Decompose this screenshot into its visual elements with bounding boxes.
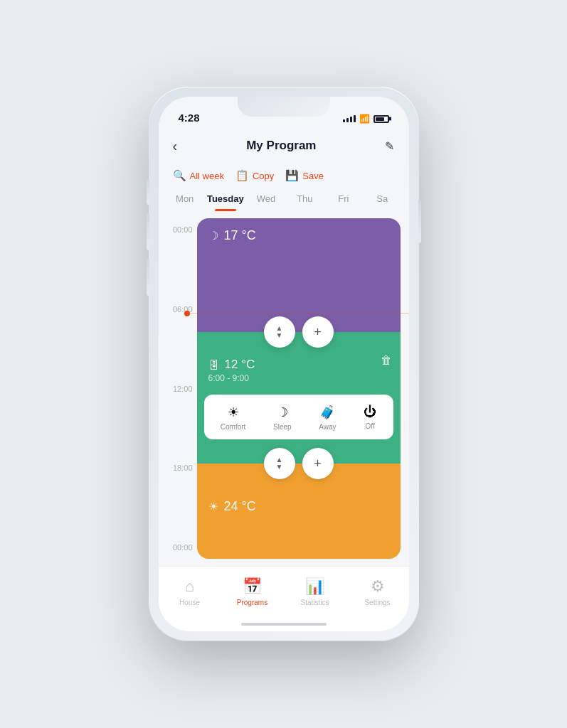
nav-programs[interactable]: 📅 Programs: [221, 577, 284, 606]
volume-up-button: [147, 213, 149, 250]
battery-icon: [373, 115, 389, 123]
tab-tuesday[interactable]: Tuesday: [204, 188, 247, 211]
copy-label: Copy: [253, 171, 274, 181]
phone-frame: 4:28 📶 ‹ My Program ✎: [149, 87, 419, 641]
header: ‹ My Program ✎: [159, 128, 409, 164]
block-away-temp: 🗄 12 °C: [208, 358, 389, 372]
away-icon: 🧳: [319, 405, 335, 420]
schedule-blocks: ☽ 17 °C ▲ ▼ +: [197, 218, 401, 559]
moon-icon: ☽: [208, 229, 218, 242]
adjust-time-2-button[interactable]: ▲ ▼: [264, 448, 295, 479]
nav-settings[interactable]: ⚙ Settings: [346, 577, 409, 606]
block-night-temp-value: 17 °C: [224, 228, 256, 243]
wifi-icon: 📶: [359, 114, 370, 124]
save-label: Save: [302, 171, 324, 181]
mode-away[interactable]: 🧳 Away: [313, 402, 341, 434]
adjust-time-1-button[interactable]: ▲ ▼: [264, 316, 295, 348]
mode-selector: ☀ Comfort ☽ Sleep 🧳 Away ⏻: [204, 395, 393, 439]
plus-icon-2: +: [314, 457, 322, 470]
plus-icon-1: +: [314, 326, 322, 338]
status-time: 4:28: [179, 112, 200, 124]
statistics-icon: 📊: [305, 577, 324, 596]
nav-house[interactable]: ⌂ House: [159, 577, 221, 606]
copy-icon: 📋: [235, 169, 249, 182]
delete-block-button[interactable]: 🗑: [381, 354, 392, 367]
comfort-icon: ☀: [228, 405, 239, 420]
away-label: Away: [319, 423, 336, 431]
mode-sleep[interactable]: ☽ Sleep: [267, 402, 297, 434]
away-icon: 🗄: [208, 359, 219, 371]
block-night-temp: ☽ 17 °C: [208, 228, 389, 243]
time-1800: 18:00: [167, 464, 197, 472]
tab-mon[interactable]: Mon: [166, 188, 204, 211]
block-comfort-temp-value: 24 °C: [224, 499, 256, 514]
allweek-button[interactable]: 🔍 All week: [173, 169, 224, 182]
arrows-icon: ▲ ▼: [276, 325, 283, 339]
arrows-icon-2: ▲ ▼: [276, 456, 283, 471]
sleep-icon: ☽: [277, 405, 288, 420]
current-time-indicator: [184, 311, 409, 316]
tab-fri[interactable]: Fri: [324, 188, 363, 211]
day-tabs: Mon Tuesday Wed Thu Fri Sa: [159, 188, 409, 211]
mode-off[interactable]: ⏻ Off: [358, 402, 382, 434]
comfort-label: Comfort: [221, 423, 246, 431]
time-line: [190, 313, 409, 314]
separator-1-controls: ▲ ▼ +: [264, 316, 334, 348]
settings-icon: ⚙: [371, 577, 385, 596]
mode-comfort[interactable]: ☀ Comfort: [215, 402, 252, 434]
status-icons: 📶: [343, 114, 389, 124]
off-icon: ⏻: [364, 405, 376, 419]
time-0000-top: 00:00: [167, 225, 197, 234]
time-labels: 00:00 06:00 12:00 18:00 00:00: [167, 218, 197, 559]
volume-down-button: [147, 259, 149, 296]
tab-wed[interactable]: Wed: [247, 188, 285, 211]
nav-house-label: House: [179, 599, 200, 606]
nav-programs-label: Programs: [237, 599, 267, 606]
bottom-nav: ⌂ House 📅 Programs 📊 Statistics ⚙ Settin…: [159, 566, 409, 617]
allweek-label: All week: [190, 171, 224, 181]
block-away-time: 6:00 - 9:00: [208, 373, 389, 383]
notch: [238, 97, 330, 117]
toolbar: 🔍 All week 📋 Copy 💾 Save: [159, 164, 409, 188]
tab-thu[interactable]: Thu: [285, 188, 324, 211]
off-label: Off: [366, 422, 375, 430]
power-button: [418, 200, 421, 243]
sun-icon: ☀: [208, 500, 218, 513]
phone-screen: 4:28 📶 ‹ My Program ✎: [159, 97, 409, 631]
time-0000-bot: 00:00: [167, 543, 197, 552]
copy-button[interactable]: 📋 Copy: [235, 169, 274, 182]
back-button[interactable]: ‹: [173, 138, 178, 154]
time-dot: [184, 311, 190, 316]
tab-sa[interactable]: Sa: [363, 188, 401, 211]
mute-button: [147, 179, 149, 205]
edit-button[interactable]: ✎: [385, 139, 394, 153]
separator-2-controls: ▲ ▼ +: [264, 448, 334, 479]
page-title: My Program: [246, 139, 316, 153]
block-away: 🗄 12 °C 6:00 - 9:00 🗑 ☀ Comfort: [197, 332, 401, 464]
home-indicator: [159, 617, 409, 631]
time-1200: 12:00: [167, 385, 197, 393]
allweek-icon: 🔍: [173, 169, 186, 182]
programs-icon: 📅: [243, 577, 262, 596]
save-icon: 💾: [285, 169, 299, 182]
block-comfort-temp: ☀ 24 °C: [208, 499, 389, 514]
house-icon: ⌂: [185, 577, 194, 596]
nav-statistics[interactable]: 📊 Statistics: [284, 577, 346, 606]
nav-statistics-label: Statistics: [300, 599, 329, 606]
nav-settings-label: Settings: [364, 599, 390, 606]
save-button[interactable]: 💾 Save: [285, 169, 324, 182]
schedule-area: 00:00 06:00 12:00 18:00 00:00 ☽ 17 °C: [159, 211, 409, 566]
add-block-2-button[interactable]: +: [302, 448, 334, 479]
signal-icon: [343, 115, 356, 122]
add-block-1-button[interactable]: +: [302, 316, 334, 348]
block-away-temp-value: 12 °C: [225, 358, 255, 372]
sleep-label: Sleep: [273, 423, 292, 431]
